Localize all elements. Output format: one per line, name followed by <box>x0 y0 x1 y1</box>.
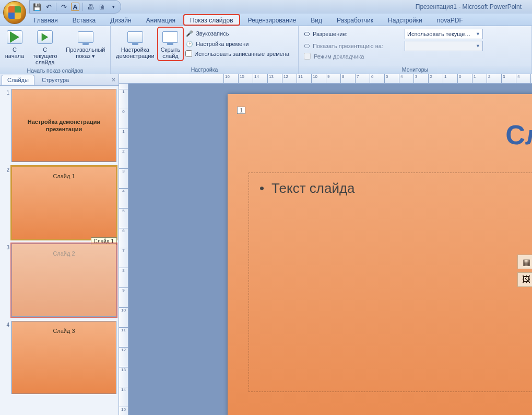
resolution-combo[interactable]: Использовать текуще… ▼ <box>405 29 483 39</box>
group-monitors: 🖵 Разрешение: Использовать текуще… ▼ 🖵 П… <box>299 26 532 74</box>
slide[interactable]: 1 Слайд 2 Текст слайда ▦ 📊 ➡ 🖼 👤 🎞 <box>228 94 532 415</box>
panel-tab-outline[interactable]: Структура <box>36 75 75 85</box>
slide-title[interactable]: Слайд 2 <box>384 119 532 151</box>
thumb-text: презентации <box>28 125 100 133</box>
label: начала <box>5 53 24 59</box>
hide-slide-button[interactable]: Скрыть слайд <box>158 27 184 61</box>
slide-number-badge: 1 <box>237 107 245 114</box>
label: Произвольный <box>66 47 105 53</box>
from-beginning-button[interactable]: С начала <box>2 27 27 61</box>
record-narration-button[interactable]: 🎤 Звукозапись <box>183 28 291 39</box>
use-timings-checkbox[interactable]: Использовать записанные времена <box>183 49 291 58</box>
setup-show-icon <box>127 29 144 45</box>
label: демонстрации <box>116 53 155 59</box>
tab-insert[interactable]: Вставка <box>66 14 103 26</box>
label: Настройка времени <box>196 41 249 47</box>
rehearse-timings-button[interactable]: 🕑 Настройка времени <box>183 39 291 49</box>
tab-home[interactable]: Главная <box>27 14 65 26</box>
tab-animation[interactable]: Анимация <box>139 14 182 26</box>
content-placeholder-icons: ▦ 📊 ➡ 🖼 👤 🎞 <box>517 255 532 287</box>
from-current-icon <box>37 29 53 45</box>
edit-area: 10123456789101112131415 1 Слайд 2 Текст … <box>119 84 532 415</box>
new-doc-icon[interactable]: 🗎 <box>98 3 106 11</box>
qat-customize-icon[interactable]: ▾ <box>109 3 117 11</box>
panel-close-icon[interactable]: × <box>112 76 115 84</box>
slide-thumbnail[interactable]: Слайд 1 Слайд 1 <box>11 166 116 239</box>
label: показ ▾ <box>76 53 95 60</box>
panel-tabs: Слайды Структура × <box>0 74 119 86</box>
group-label: Начать показ слайдов <box>0 67 110 75</box>
qat-separator <box>82 3 83 11</box>
from-current-button[interactable]: С текущего слайда <box>27 27 63 67</box>
print-preview-icon[interactable]: 🖶 <box>86 3 94 11</box>
horizontal-ruler: 161514131211109876543210123456789101112 <box>119 74 532 84</box>
chevron-down-icon: ▼ <box>476 31 480 37</box>
custom-show-icon <box>77 29 94 45</box>
undo-icon[interactable]: ↶ <box>44 3 53 11</box>
custom-show-button[interactable]: Произвольный показ ▾ <box>63 27 108 61</box>
tab-slideshow[interactable]: Показ слайдов <box>183 14 240 26</box>
slide-thumbnail[interactable]: Слайд 2 <box>11 244 116 317</box>
label: С текущего <box>30 47 60 59</box>
spellcheck-icon[interactable]: A <box>71 3 79 11</box>
redo-icon[interactable]: ↷ <box>60 3 68 11</box>
workspace: Слайды Структура × 1 Настройка демонстра… <box>0 74 532 415</box>
tab-novapdf[interactable]: novaPDF <box>430 14 470 26</box>
presenter-view-input <box>304 53 311 60</box>
panel-tab-slides[interactable]: Слайды <box>2 75 34 85</box>
slide-canvas[interactable]: 1 Слайд 2 Текст слайда ▦ 📊 ➡ 🖼 👤 🎞 <box>128 84 532 415</box>
qat-separator <box>56 3 56 11</box>
thumb-number: 4 <box>2 321 9 328</box>
thumb-number: 3 <box>2 244 9 250</box>
tab-developer[interactable]: Разработчик <box>330 14 380 26</box>
insert-table-icon[interactable]: ▦ <box>517 255 532 269</box>
tab-view[interactable]: Вид <box>304 14 329 26</box>
chevron-down-icon: ▼ <box>476 43 480 49</box>
thumb-text: Слайд 1 <box>53 173 75 179</box>
label: Разрешение: <box>313 31 401 37</box>
thumb-number: 1 <box>2 89 9 96</box>
thumb-number: 2 <box>2 166 9 173</box>
label: Показать презентацию на: <box>313 43 401 49</box>
tab-design[interactable]: Дизайн <box>103 14 138 26</box>
save-icon[interactable]: 💾 <box>33 3 41 11</box>
from-beginning-icon <box>6 29 23 45</box>
thumb-row: 4 Слайд 3 <box>2 321 116 394</box>
thumb-text: Слайд 2 <box>53 250 75 257</box>
slide-thumbnail[interactable]: Слайд 3 <box>11 321 116 394</box>
monitor-icon: 🖵 <box>304 31 310 37</box>
group-start-slideshow: С начала С текущего слайда Произвольный … <box>0 26 111 74</box>
vertical-ruler: 10123456789101112131415 <box>119 84 128 415</box>
resolution-row: 🖵 Разрешение: Использовать текуще… ▼ <box>304 29 483 39</box>
thumbnails: 1 Настройка демонстрации презентации 2 С… <box>0 86 119 415</box>
mic-icon: 🎤 <box>185 29 194 38</box>
label: С <box>13 47 17 53</box>
title-bar: 💾 ↶ ↷ A 🖶 🗎 ▾ Презентация1 - Microsoft P… <box>0 0 532 14</box>
presenter-view-checkbox: Режим докладчика <box>304 53 483 60</box>
slide-body-placeholder[interactable]: Текст слайда ▦ 📊 ➡ 🖼 👤 🎞 <box>249 172 532 392</box>
clock-icon: 🕑 <box>185 40 194 48</box>
label: Скрыть <box>161 47 181 53</box>
show-on-combo: ▼ <box>405 41 483 51</box>
group-label: Мониторы <box>299 66 531 74</box>
bullet-text[interactable]: Текст слайда <box>259 180 532 197</box>
ribbon-tabs: Главная Вставка Дизайн Анимация Показ сл… <box>0 14 532 26</box>
use-timings-input[interactable] <box>185 50 192 57</box>
group-label: Настройка <box>111 66 298 74</box>
setup-show-button[interactable]: Настройка демонстрации <box>113 27 158 61</box>
thumb-row: 1 Настройка демонстрации презентации <box>2 89 116 162</box>
tab-review[interactable]: Рецензирование <box>241 14 303 26</box>
slide-thumbnail[interactable]: Настройка демонстрации презентации <box>11 89 116 162</box>
thumb-row: 3 Слайд 2 <box>2 244 116 317</box>
office-button[interactable] <box>3 1 26 24</box>
tab-addins[interactable]: Надстройки <box>381 14 429 26</box>
editor: 161514131211109876543210123456789101112 … <box>119 74 532 415</box>
quick-access-toolbar: 💾 ↶ ↷ A 🖶 🗎 ▾ <box>29 0 121 14</box>
thumb-text: Слайд 3 <box>53 328 75 334</box>
label: Режим докладчика <box>314 53 364 60</box>
label: слайд <box>162 53 179 59</box>
label: Использовать записанные времена <box>194 51 289 57</box>
insert-picture-icon[interactable]: 🖼 <box>517 272 532 287</box>
label: слайда <box>36 59 55 65</box>
group-setup: Настройка демонстрации Скрыть слайд 🎤 Зв… <box>111 26 299 74</box>
